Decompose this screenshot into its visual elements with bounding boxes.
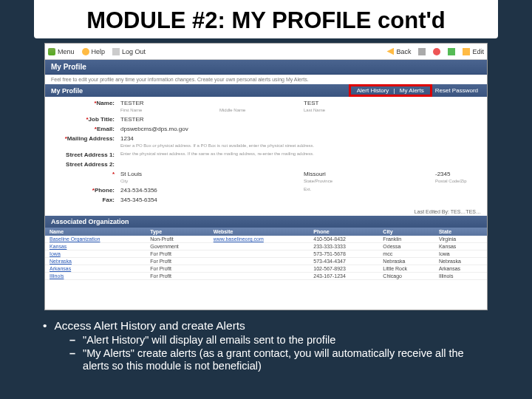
app-toolbar: Menu Help Log Out Back Edit bbox=[45, 44, 487, 60]
save-icon bbox=[448, 48, 455, 55]
profile-form: *Name: TESTERFirst Name Middle Name TEST… bbox=[45, 97, 487, 203]
logout-icon bbox=[112, 48, 120, 55]
menu-icon bbox=[48, 48, 55, 55]
help-button[interactable]: Help bbox=[82, 48, 106, 55]
alert-history-link[interactable]: Alert History bbox=[354, 86, 392, 95]
title-value: TESTER bbox=[120, 116, 481, 123]
save-button[interactable] bbox=[448, 48, 455, 55]
subheader-title: My Profile bbox=[51, 87, 83, 95]
org-table-header: NameTypeWebsite PhoneCityState bbox=[45, 228, 487, 236]
first-name-value: TESTER bbox=[120, 100, 144, 106]
delete-button[interactable] bbox=[433, 48, 440, 55]
table-row[interactable]: NebraskaFor Profit573-434-4347NebraskaNe… bbox=[45, 258, 487, 265]
page-banner: My Profile bbox=[45, 60, 487, 75]
street1-label: Street Address 1: bbox=[51, 151, 117, 158]
slide-title: MODULE #2: MY PROFILE cont'd bbox=[34, 0, 498, 38]
alert-links-highlight: Alert History | My Alerts bbox=[349, 84, 432, 97]
profile-subheader: My Profile Alert History | My Alerts Res… bbox=[45, 84, 487, 97]
edit-icon bbox=[463, 48, 470, 55]
help-icon bbox=[82, 48, 89, 55]
logout-button[interactable]: Log Out bbox=[112, 48, 146, 55]
phone-value: 243-534-5356 bbox=[120, 187, 216, 194]
fax-label: Fax: bbox=[51, 197, 117, 203]
last-edited: Last Edited By: TES…TES… bbox=[45, 206, 487, 216]
state-value: Missouri bbox=[304, 171, 326, 177]
page-description: Feel free to edit your profile any time … bbox=[45, 75, 487, 84]
reset-password-link[interactable]: Reset Password bbox=[432, 86, 481, 95]
org-table: NameTypeWebsite PhoneCityState Baseline … bbox=[45, 228, 487, 280]
table-row[interactable]: IllinoisFor Profit243-167-1234ChicagoIll… bbox=[45, 273, 487, 280]
table-row[interactable]: IowaFor Profit573-751-5678mccIowa bbox=[45, 250, 487, 258]
name-label: *Name: bbox=[51, 100, 117, 106]
table-row[interactable]: ArkansasFor Profit102-567-8923Little Roc… bbox=[45, 265, 487, 273]
email-value: dpswebcms@dps.mo.gov bbox=[120, 126, 481, 132]
table-row[interactable]: KansasGovernment233-333-3333OdessaKansas bbox=[45, 243, 487, 250]
street1-hint: Enter the physical street address. If th… bbox=[120, 151, 481, 156]
bullet-list: •Access Alert History and create Alerts … bbox=[0, 310, 532, 373]
mailing-label: *Mailing Address: bbox=[51, 135, 117, 142]
edit-button[interactable]: Edit bbox=[463, 48, 484, 55]
bullet-level1: •Access Alert History and create Alerts bbox=[43, 319, 489, 332]
fax-value: 345-345-6354 bbox=[120, 197, 481, 203]
bullet-level2: –"Alert History" will display all emails… bbox=[43, 334, 489, 347]
profile-screenshot: Menu Help Log Out Back Edit My Profile F… bbox=[44, 43, 488, 310]
street2-label: Street Address 2: bbox=[51, 161, 117, 168]
last-name-value: TEST bbox=[304, 100, 318, 106]
city-value: St Louis bbox=[120, 171, 142, 177]
table-row[interactable]: Baseline OrganizationNon-Profitwww.basel… bbox=[45, 236, 487, 243]
my-alerts-link[interactable]: My Alerts bbox=[397, 86, 427, 95]
menu-button[interactable]: Menu bbox=[48, 48, 75, 55]
title-label: *Job Title: bbox=[51, 116, 117, 123]
email-label: *Email: bbox=[51, 126, 117, 132]
delete-icon bbox=[433, 48, 440, 55]
back-icon bbox=[386, 48, 394, 55]
phone-label: *Phone: bbox=[51, 187, 117, 194]
print-button[interactable] bbox=[418, 48, 426, 55]
back-button[interactable]: Back bbox=[386, 48, 411, 55]
org-section-header: Associated Organization bbox=[45, 216, 487, 228]
mailing-value: 1234 bbox=[120, 135, 134, 142]
zip-value: -2345 bbox=[435, 171, 450, 177]
print-icon bbox=[418, 48, 426, 55]
bullet-level2: –"My Alerts" create alerts (as a grant c… bbox=[43, 347, 489, 373]
subheader-links: Alert History | My Alerts Reset Password bbox=[349, 86, 481, 95]
